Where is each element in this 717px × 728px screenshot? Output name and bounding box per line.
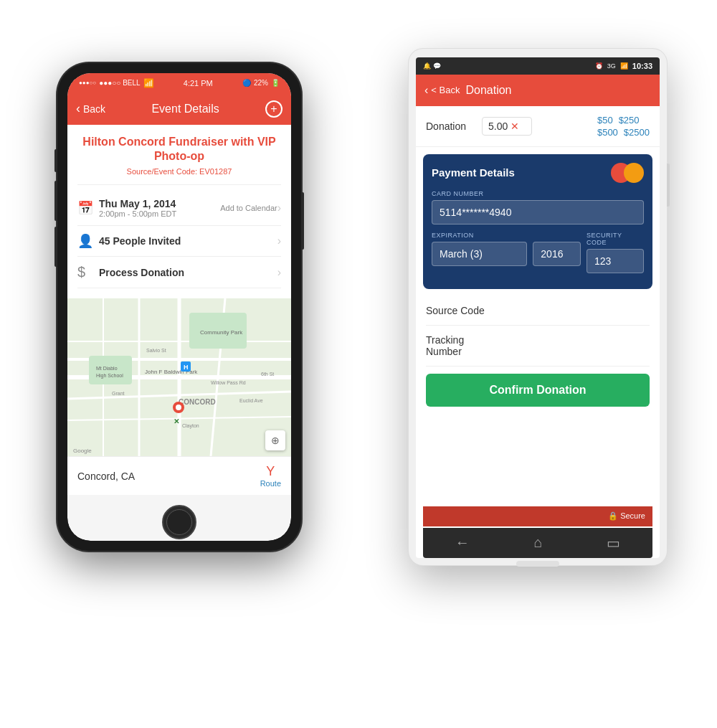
nav-bar: ‹ Back Event Details + — [67, 93, 291, 125]
status-left-icons: 🔔 💬 — [423, 62, 441, 70]
people-row[interactable]: 👤 45 People Invited — [77, 226, 281, 257]
payment-details-title: Payment Details — [432, 166, 515, 179]
add-button[interactable]: + — [265, 100, 282, 118]
expiration-label: EXPIRATION — [432, 232, 527, 239]
chevron-icon — [277, 202, 281, 214]
donation-amount-row: Donation 5.00 ✕ $50 $250 $500 $2500 — [416, 106, 660, 147]
map-footer: Concord, CA Y Route — [67, 456, 291, 495]
expiration-input[interactable]: March (3) — [432, 242, 527, 266]
add-calendar-label[interactable]: Add to Calendar — [188, 204, 277, 212]
mastercard-logo — [611, 163, 644, 183]
route-button[interactable]: Y Route — [260, 464, 281, 488]
security-code-input[interactable]: 123 — [587, 249, 644, 273]
people-icon: 👤 — [77, 233, 99, 249]
clear-button[interactable]: ✕ — [511, 120, 519, 132]
svg-text:CONCORD: CONCORD — [179, 398, 216, 406]
svg-text:Grant: Grant — [112, 391, 125, 396]
tracking-number-label: TrackingNumber — [426, 334, 464, 357]
secure-bar: 🔒 Secure — [423, 506, 652, 526]
status-bar: ●●●○○ ●●●○○ BELL 📶 4:21 PM 🔵 22% 🔋 — [67, 73, 291, 93]
preset-50[interactable]: $50 — [597, 115, 613, 126]
map-container[interactable]: Community Park Mt Diablo High School Joh… — [67, 298, 291, 456]
preset-500[interactable]: $500 — [597, 127, 618, 138]
android-nav-buttons: ← ⌂ ▭ — [423, 528, 652, 558]
android-status-bar: 🔔 💬 ⏰ 3G 📶 10:33 — [416, 57, 660, 75]
source-code-label: Source Code — [426, 305, 485, 316]
source-tracking-section: Source Code TrackingNumber — [416, 296, 660, 367]
people-label: 45 People Invited — [99, 235, 277, 247]
back-nav-icon[interactable]: ← — [455, 534, 470, 551]
svg-text:H: H — [184, 364, 189, 371]
calendar-icon: 📅 — [77, 200, 99, 216]
preset-amounts: $50 $250 $500 $2500 — [597, 115, 650, 138]
svg-text:Willow Pass Rd: Willow Pass Rd — [211, 380, 246, 385]
event-code: Source/Event Code: EV01287 — [77, 167, 281, 176]
date-main: Thu May 1, 2014 — [99, 198, 188, 209]
android-home-indicator — [516, 561, 559, 567]
recents-nav-icon[interactable]: ▭ — [607, 534, 620, 552]
android-time: 10:33 — [632, 62, 652, 70]
process-donation-label: Process Donation — [99, 267, 277, 278]
android-screen: 🔔 💬 ⏰ 3G 📶 10:33 ‹ < Back Donation — [416, 57, 660, 558]
donation-input-wrap[interactable]: 5.00 ✕ — [482, 117, 532, 136]
android-nav-title: Donation — [465, 84, 511, 97]
android-back-button[interactable]: ‹ < Back — [424, 84, 460, 97]
route-label: Route — [260, 479, 281, 488]
svg-text:High School: High School — [96, 373, 123, 379]
donation-label: Donation — [426, 120, 475, 132]
svg-text:Clayton: Clayton — [182, 423, 199, 429]
location-button[interactable]: ⊕ — [265, 430, 285, 450]
preset-2500[interactable]: $2500 — [624, 127, 650, 138]
back-label: Back — [83, 103, 105, 115]
date-sub: 2:00pm - 5:00pm EDT — [99, 209, 188, 218]
battery-label: 22% — [254, 79, 268, 87]
svg-text:✕: ✕ — [174, 417, 179, 425]
year-label: Y — [533, 232, 581, 239]
dollar-icon: $ — [77, 264, 99, 280]
confirm-donation-button[interactable]: Confirm Donation — [426, 374, 650, 407]
svg-text:6th St: 6th St — [261, 372, 274, 377]
back-button[interactable]: ‹ Back — [76, 101, 105, 116]
iphone-black: ●●●○○ ●●●○○ BELL 📶 4:21 PM 🔵 22% 🔋 ‹ — [57, 63, 301, 551]
alarm-icon: ⏰ — [595, 62, 603, 70]
svg-text:Mt Diablo: Mt Diablo — [96, 366, 118, 371]
event-title: Hilton Concord Fundraiser with VIP Photo… — [77, 135, 281, 165]
svg-point-24 — [176, 405, 181, 410]
svg-text:Salvio St: Salvio St — [146, 348, 166, 353]
svg-text:Euclid Ave: Euclid Ave — [239, 398, 263, 403]
home-button[interactable] — [162, 505, 196, 539]
android-nav-bar: ‹ < Back Donation — [416, 75, 660, 106]
year-input[interactable]: 2016 — [533, 242, 581, 266]
android-back-label: < Back — [431, 85, 460, 95]
date-row[interactable]: 📅 Thu May 1, 2014 2:00pm - 5:00pm EDT Ad… — [77, 191, 281, 226]
signal-bars-icon: 📶 — [620, 62, 628, 70]
iphone-screen: ●●●○○ ●●●○○ BELL 📶 4:21 PM 🔵 22% 🔋 ‹ — [67, 73, 291, 541]
home-nav-icon[interactable]: ⌂ — [533, 534, 542, 551]
svg-text:Google: Google — [73, 448, 92, 454]
donation-chevron-icon — [277, 266, 281, 279]
donation-value: 5.00 — [488, 120, 508, 132]
time-label: 4:21 PM — [184, 79, 213, 88]
secure-label: 🔒 Secure — [608, 511, 645, 521]
tracking-number-row: TrackingNumber — [426, 326, 650, 367]
process-donation-row[interactable]: $ Process Donation — [77, 257, 281, 288]
event-content: Hilton Concord Fundraiser with VIP Photo… — [67, 125, 291, 299]
signal-3g-label: 3G — [607, 62, 616, 70]
location-label: Concord, CA — [77, 471, 135, 482]
card-number-label: CARD NUMBER — [432, 190, 644, 197]
card-number-input[interactable]: 5114*******4940 — [432, 200, 644, 224]
payment-card: Payment Details CARD NUMBER 5114*******4… — [423, 154, 652, 289]
android-white: 🔔 💬 ⏰ 3G 📶 10:33 ‹ < Back Donation — [409, 49, 667, 565]
preset-250[interactable]: $250 — [619, 115, 640, 126]
confirm-donation-label: Confirm Donation — [489, 384, 586, 396]
security-code-label: SECURITY CODE — [587, 232, 644, 246]
svg-text:Community Park: Community Park — [200, 329, 243, 336]
nav-title: Event Details — [151, 103, 219, 115]
source-code-row: Source Code — [426, 296, 650, 326]
carrier-label: ●●●○○ BELL — [99, 79, 140, 87]
people-chevron-icon — [277, 235, 281, 247]
